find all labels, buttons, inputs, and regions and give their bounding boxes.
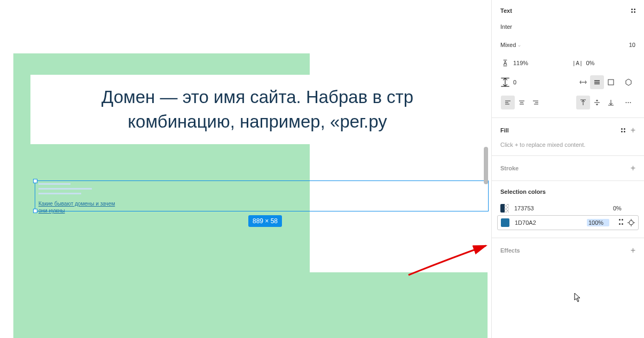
- align-center-button[interactable]: [515, 96, 529, 109]
- heading-line-2: комбинацию, например, «рег.ру: [128, 109, 387, 134]
- add-fill-button[interactable]: +: [631, 125, 635, 135]
- letter-spacing-input[interactable]: |A| 0%: [574, 58, 636, 68]
- color-swatch[interactable]: [500, 204, 509, 213]
- font-size-input[interactable]: 10: [629, 42, 635, 48]
- align-right-button[interactable]: [529, 96, 543, 109]
- fill-section: Fill + Click + to replace mixed content.: [492, 118, 644, 156]
- auto-height-button[interactable]: [590, 75, 604, 89]
- vertical-align-group: [576, 95, 618, 110]
- drag-handle-icon[interactable]: [631, 9, 635, 13]
- style-picker-icon[interactable]: [619, 219, 623, 226]
- stroke-section-title: Stroke: [500, 165, 519, 171]
- styles-icon[interactable]: [621, 128, 625, 132]
- canvas-area[interactable]: Домен — это имя сайта. Набрав в стр комб…: [0, 0, 491, 338]
- horizontal-align-group: [500, 95, 543, 110]
- heading-line-1: Домен — это имя сайта. Набрав в стр: [101, 85, 413, 109]
- align-middle-button[interactable]: [590, 96, 604, 109]
- fill-hint-text: Click + to replace mixed content.: [500, 142, 635, 148]
- svg-marker-7: [626, 79, 631, 85]
- fixed-size-button[interactable]: [604, 75, 618, 89]
- fill-section-title: Fill: [500, 127, 509, 133]
- canvas-scrollbar[interactable]: [484, 147, 488, 184]
- resize-handle-tl[interactable]: [33, 179, 37, 183]
- text-section: Text Inter Mixed ⌵ 10 A 119% |A| 0%: [492, 0, 644, 118]
- add-stroke-button[interactable]: +: [631, 163, 635, 173]
- line-height-input[interactable]: A 119%: [500, 58, 563, 68]
- svg-point-20: [629, 221, 633, 225]
- text-settings-button[interactable]: [622, 75, 635, 89]
- text-section-title: Text: [500, 7, 512, 14]
- color-row-173753[interactable]: 173753 0%: [500, 201, 635, 215]
- color-row-1d70a2[interactable]: 1D70A2 100%: [497, 215, 639, 230]
- color-opacity-value[interactable]: 100%: [587, 219, 609, 226]
- effects-section: Effects +: [492, 238, 644, 263]
- align-left-button[interactable]: [501, 96, 515, 109]
- color-hex-value[interactable]: 173753: [514, 205, 608, 211]
- paragraph-spacing-icon: [500, 77, 510, 87]
- font-weight-value: Mixed: [500, 42, 516, 48]
- effects-section-title: Effects: [500, 247, 520, 254]
- chevron-down-icon: ⌵: [518, 43, 521, 48]
- mouse-cursor-icon: [574, 293, 582, 302]
- selection-colors-section: Selection colors 173753 0% 1D70A2 100%: [492, 181, 644, 238]
- selection-size-badge: 889 × 58: [248, 215, 282, 227]
- more-options-button[interactable]: ···: [622, 96, 635, 109]
- letter-spacing-icon: |A|: [574, 58, 583, 68]
- selection-colors-title: Selection colors: [500, 188, 546, 195]
- frame-green-bottom[interactable]: [130, 272, 488, 338]
- color-swatch[interactable]: [501, 218, 509, 227]
- font-weight-select[interactable]: Mixed ⌵: [500, 42, 521, 48]
- link-text-element[interactable]: Какие бывают домены и зачем они нужны: [38, 200, 121, 214]
- color-hex-value[interactable]: 1D70A2: [515, 219, 582, 226]
- properties-panel: Text Inter Mixed ⌵ 10 A 119% |A| 0%: [491, 0, 644, 338]
- heading-text-block[interactable]: Домен — это имя сайта. Набрав в стр комб…: [30, 75, 484, 144]
- auto-width-height-group: [576, 75, 618, 90]
- align-bottom-button[interactable]: [604, 96, 618, 109]
- target-icon[interactable]: [627, 219, 635, 226]
- color-opacity-value[interactable]: 0%: [613, 205, 635, 211]
- resize-handle-bl[interactable]: [33, 209, 37, 213]
- align-top-button[interactable]: [576, 96, 590, 109]
- add-effect-button[interactable]: +: [631, 246, 635, 255]
- line-height-icon: A: [500, 58, 510, 68]
- stroke-section: Stroke +: [492, 156, 644, 181]
- paragraph-spacing-input[interactable]: 0: [500, 77, 516, 87]
- svg-rect-6: [608, 80, 614, 85]
- auto-width-button[interactable]: [576, 75, 590, 89]
- font-family-select[interactable]: Inter: [500, 23, 512, 30]
